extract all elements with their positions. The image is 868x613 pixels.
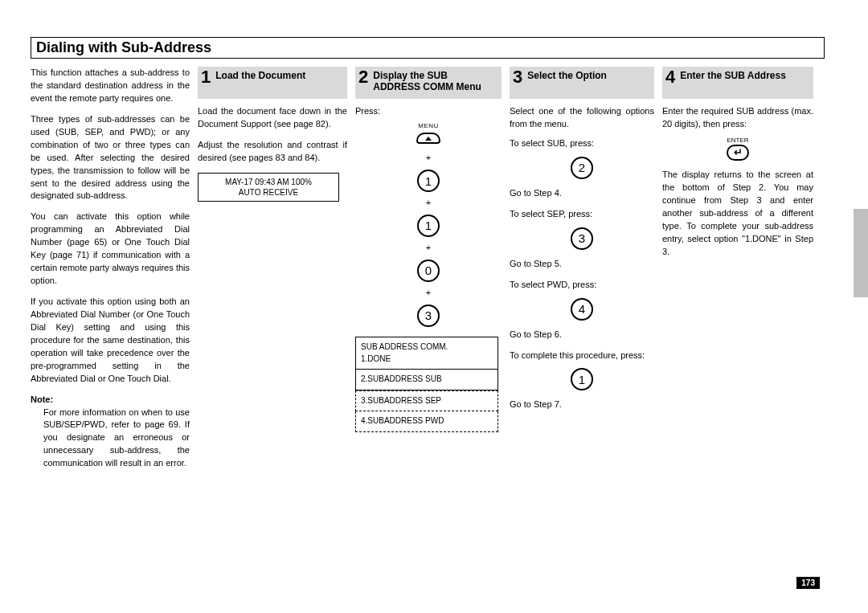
step2-num: 2 — [358, 68, 368, 86]
menu-label: MENU — [355, 121, 502, 131]
menu-box-2: 2.SUBADDRESS SUB — [355, 370, 498, 390]
comp-label: To complete this procedure, press: — [510, 349, 654, 362]
plus-1: + — [355, 152, 502, 165]
key-sep: 3 — [571, 227, 593, 250]
pwd-label: To select PWD, press: — [510, 279, 654, 292]
key-sub: 2 — [571, 157, 593, 179]
step1-head: 1 Load the Document — [198, 67, 347, 99]
key-sequence: MENU + 1 + 1 + 0 + 3 — [355, 121, 502, 329]
step2-head: 2 Display the SUB ADDRESS COMM Menu — [355, 67, 502, 99]
note: Note: For more information on when to us… — [31, 394, 190, 471]
step1-column: 1 Load the Document Load the document fa… — [198, 67, 347, 470]
lcd-line2: AUTO RECEIVE — [200, 187, 337, 198]
title-bar: Dialing with Sub-Address — [31, 37, 825, 59]
key-0: 0 — [417, 260, 440, 282]
step4-p2: The display returns to the screen at the… — [662, 169, 813, 259]
intro-p4: If you activate this option using both a… — [31, 296, 190, 386]
side-tab — [854, 209, 868, 297]
step4-num: 4 — [665, 68, 675, 86]
step1-title: Load the Document — [215, 68, 305, 81]
page-title: Dialing with Sub-Address — [36, 39, 211, 55]
key-1b: 1 — [417, 215, 440, 237]
menu-box-4: 4.SUBADDRESS PWD — [355, 411, 498, 432]
intro-p3: You can activate this option while progr… — [31, 210, 190, 288]
step1-p2: Adjust the resolution and contrast if de… — [198, 139, 347, 165]
step3-title: Select the Option — [527, 68, 607, 81]
step3-num: 3 — [513, 68, 522, 86]
manual-page: Dialing with Sub-Address This function a… — [0, 0, 868, 613]
step4-title: Enter the SUB Address — [680, 68, 786, 81]
key-3: 3 — [417, 304, 440, 327]
step4-p1: Enter the required SUB address (max. 20 … — [662, 105, 813, 131]
menu-box-group: SUB ADDRESS COMM. 1.DONE 2.SUBADDRESS SU… — [355, 337, 498, 432]
pwd-goto: Go to Step 6. — [510, 329, 654, 341]
menu-box-1: SUB ADDRESS COMM. 1.DONE — [355, 337, 498, 370]
menu-up-icon — [416, 133, 440, 144]
step2-title: Display the SUB ADDRESS COMM Menu — [373, 68, 497, 93]
key-1a: 1 — [417, 170, 440, 192]
columns: This function attaches a sub-address to … — [31, 67, 825, 470]
step3-column: 3 Select the Option Select one of the fo… — [510, 67, 654, 470]
page-number: 173 — [796, 577, 820, 589]
step1-p1: Load the document face down in the Docum… — [198, 105, 347, 131]
mb1b: 1.DONE — [361, 353, 493, 366]
lcd-display: MAY-17 09:43 AM 100% AUTO RECEIVE — [198, 173, 339, 202]
sep-goto: Go to Step 5. — [510, 258, 654, 271]
mb1a: SUB ADDRESS COMM. — [361, 341, 493, 353]
step4-head: 4 Enter the SUB Address — [662, 67, 813, 99]
menu-box-3: 3.SUBADDRESS SEP — [355, 390, 498, 412]
enter-label: ENTER — [662, 136, 813, 145]
key-pwd: 4 — [571, 298, 593, 321]
lcd-line1: MAY-17 09:43 AM 100% — [200, 177, 337, 187]
note-body: For more information on when to use SUB/… — [43, 407, 190, 471]
step3-head: 3 Select the Option — [510, 67, 654, 99]
intro-p2: Three types of sub-addresses can be used… — [31, 113, 190, 203]
enter-icon: ↵ — [727, 145, 749, 161]
step2-press: Press: — [355, 105, 502, 118]
plus-2: + — [355, 197, 502, 210]
note-label: Note: — [31, 394, 190, 407]
step2-column: 2 Display the SUB ADDRESS COMM Menu Pres… — [355, 67, 502, 470]
intro-p1: This function attaches a sub-address to … — [31, 67, 190, 105]
step3-p1: Select one of the following options from… — [510, 105, 654, 131]
step4-column: 4 Enter the SUB Address Enter the requir… — [662, 67, 813, 470]
enter-key-block: ENTER ↵ — [662, 136, 813, 161]
sub-label: To select SUB, press: — [510, 137, 654, 150]
step1-body: Load the document face down in the Docum… — [198, 105, 347, 165]
step1-num: 1 — [201, 68, 211, 86]
comp-goto: Go to Step 7. — [510, 398, 654, 411]
menu-box-dashed-group: 3.SUBADDRESS SEP 4.SUBADDRESS PWD — [355, 390, 498, 432]
sub-goto: Go to Step 4. — [510, 187, 654, 200]
plus-4: + — [355, 287, 502, 300]
plus-3: + — [355, 242, 502, 255]
intro-column: This function attaches a sub-address to … — [31, 67, 190, 470]
sep-label: To select SEP, press: — [510, 208, 654, 221]
key-complete: 1 — [571, 368, 593, 390]
